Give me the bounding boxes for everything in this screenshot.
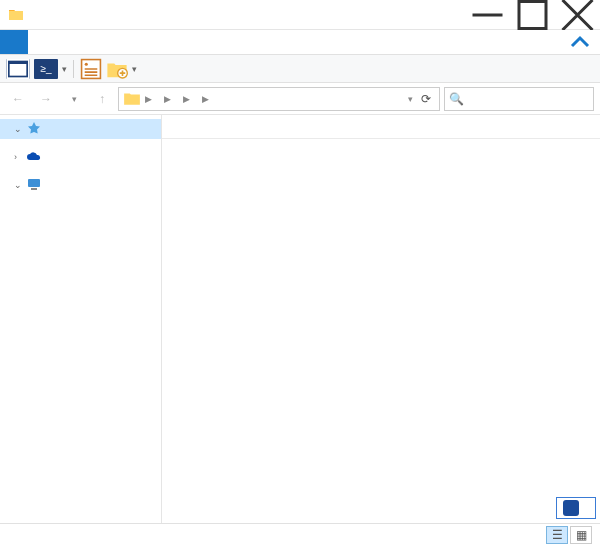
svg-rect-0 (519, 1, 546, 28)
powershell-button[interactable]: ≥_ (34, 59, 58, 79)
forward-button[interactable]: → (34, 87, 58, 111)
tab-view[interactable] (76, 30, 100, 54)
chevron-down-icon[interactable]: ⌄ (14, 124, 26, 134)
quick-access-toolbar: ≥_ ▾ ▾ (0, 55, 600, 83)
file-tab[interactable] (0, 30, 28, 54)
status-bar: ☰ ▦ (0, 523, 600, 545)
chevron-down-icon[interactable]: ▾ (406, 94, 415, 104)
refresh-button[interactable]: ⟳ (415, 92, 437, 106)
address-bar[interactable]: ▶ ▶ ▶ ▶ ▾ ⟳ (118, 87, 440, 111)
title-bar (0, 0, 600, 30)
details-view-button[interactable]: ☰ (546, 526, 568, 544)
file-list (162, 115, 600, 525)
recent-locations-button[interactable]: ▾ (62, 87, 86, 111)
up-button[interactable]: ↑ (90, 87, 114, 111)
star-icon (26, 121, 42, 137)
new-window-button[interactable] (6, 59, 30, 79)
chevron-right-icon[interactable]: ▶ (200, 94, 211, 104)
folder-icon (8, 7, 24, 23)
navigation-pane: ⌄ › ⌄ (0, 115, 162, 525)
onedrive-header[interactable]: › (0, 147, 161, 167)
svg-point-4 (85, 62, 88, 65)
address-row: ← → ▾ ↑ ▶ ▶ ▶ ▶ ▾ ⟳ 🔍 (0, 83, 600, 115)
chevron-right-icon[interactable]: › (14, 152, 26, 162)
new-folder-button[interactable] (106, 58, 128, 80)
chevron-right-icon[interactable]: ▶ (181, 94, 192, 104)
logo-icon (563, 500, 579, 516)
back-button[interactable]: ← (6, 87, 30, 111)
chevron-right-icon[interactable]: ▶ (162, 94, 173, 104)
search-icon: 🔍 (449, 92, 465, 106)
svg-rect-2 (10, 64, 27, 76)
properties-button[interactable] (80, 58, 102, 80)
minimize-button[interactable] (465, 0, 510, 30)
chevron-down-icon[interactable]: ⌄ (14, 180, 26, 190)
cloud-icon (26, 149, 42, 165)
thumbnails-view-button[interactable]: ▦ (570, 526, 592, 544)
column-headers (162, 115, 600, 139)
folder-icon (123, 90, 141, 108)
watermark (556, 497, 596, 519)
expand-ribbon-button[interactable] (560, 30, 600, 54)
svg-rect-7 (31, 188, 37, 190)
search-input[interactable]: 🔍 (444, 87, 594, 111)
close-button[interactable] (555, 0, 600, 30)
this-pc-header[interactable]: ⌄ (0, 175, 161, 195)
ribbon (0, 30, 600, 55)
maximize-button[interactable] (510, 0, 555, 30)
quick-access-header[interactable]: ⌄ (0, 119, 161, 139)
svg-rect-6 (28, 179, 40, 187)
tab-home[interactable] (28, 30, 52, 54)
pc-icon (26, 177, 42, 193)
chevron-right-icon[interactable]: ▶ (143, 94, 154, 104)
tab-share[interactable] (52, 30, 76, 54)
